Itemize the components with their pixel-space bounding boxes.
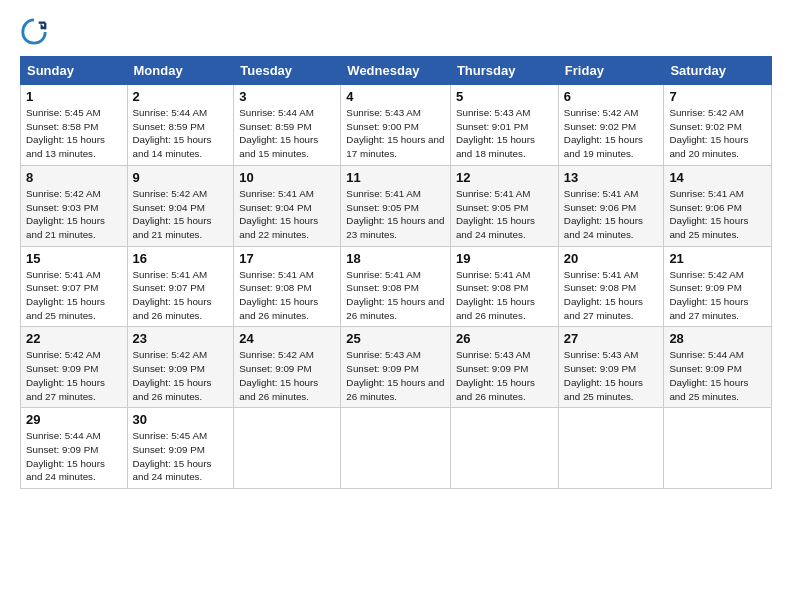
logo-icon bbox=[20, 18, 48, 46]
day-cell: 27Sunrise: 5:43 AMSunset: 9:09 PMDayligh… bbox=[558, 327, 664, 408]
day-info: Sunrise: 5:41 AMSunset: 9:04 PMDaylight:… bbox=[239, 187, 335, 242]
day-info: Sunrise: 5:45 AMSunset: 8:58 PMDaylight:… bbox=[26, 106, 122, 161]
logo bbox=[20, 18, 52, 46]
day-number: 2 bbox=[133, 89, 229, 104]
day-number: 15 bbox=[26, 251, 122, 266]
day-cell: 25Sunrise: 5:43 AMSunset: 9:09 PMDayligh… bbox=[341, 327, 451, 408]
day-info: Sunrise: 5:41 AMSunset: 9:08 PMDaylight:… bbox=[456, 268, 553, 323]
day-cell bbox=[234, 408, 341, 489]
day-info: Sunrise: 5:42 AMSunset: 9:04 PMDaylight:… bbox=[133, 187, 229, 242]
day-cell: 14Sunrise: 5:41 AMSunset: 9:06 PMDayligh… bbox=[664, 165, 772, 246]
day-info: Sunrise: 5:43 AMSunset: 9:00 PMDaylight:… bbox=[346, 106, 445, 161]
day-number: 13 bbox=[564, 170, 659, 185]
day-info: Sunrise: 5:41 AMSunset: 9:08 PMDaylight:… bbox=[346, 268, 445, 323]
day-cell: 24Sunrise: 5:42 AMSunset: 9:09 PMDayligh… bbox=[234, 327, 341, 408]
day-cell: 18Sunrise: 5:41 AMSunset: 9:08 PMDayligh… bbox=[341, 246, 451, 327]
day-cell: 3Sunrise: 5:44 AMSunset: 8:59 PMDaylight… bbox=[234, 85, 341, 166]
day-cell: 20Sunrise: 5:41 AMSunset: 9:08 PMDayligh… bbox=[558, 246, 664, 327]
day-cell: 30Sunrise: 5:45 AMSunset: 9:09 PMDayligh… bbox=[127, 408, 234, 489]
day-info: Sunrise: 5:42 AMSunset: 9:09 PMDaylight:… bbox=[26, 348, 122, 403]
day-number: 20 bbox=[564, 251, 659, 266]
day-info: Sunrise: 5:41 AMSunset: 9:06 PMDaylight:… bbox=[669, 187, 766, 242]
weekday-header-sunday: Sunday bbox=[21, 57, 128, 85]
day-number: 7 bbox=[669, 89, 766, 104]
day-number: 22 bbox=[26, 331, 122, 346]
week-row-3: 15Sunrise: 5:41 AMSunset: 9:07 PMDayligh… bbox=[21, 246, 772, 327]
day-number: 27 bbox=[564, 331, 659, 346]
day-number: 25 bbox=[346, 331, 445, 346]
day-cell: 9Sunrise: 5:42 AMSunset: 9:04 PMDaylight… bbox=[127, 165, 234, 246]
day-info: Sunrise: 5:42 AMSunset: 9:09 PMDaylight:… bbox=[133, 348, 229, 403]
day-cell: 6Sunrise: 5:42 AMSunset: 9:02 PMDaylight… bbox=[558, 85, 664, 166]
day-cell: 28Sunrise: 5:44 AMSunset: 9:09 PMDayligh… bbox=[664, 327, 772, 408]
day-info: Sunrise: 5:42 AMSunset: 9:03 PMDaylight:… bbox=[26, 187, 122, 242]
day-info: Sunrise: 5:43 AMSunset: 9:09 PMDaylight:… bbox=[456, 348, 553, 403]
day-info: Sunrise: 5:41 AMSunset: 9:07 PMDaylight:… bbox=[133, 268, 229, 323]
day-number: 8 bbox=[26, 170, 122, 185]
day-cell: 22Sunrise: 5:42 AMSunset: 9:09 PMDayligh… bbox=[21, 327, 128, 408]
day-info: Sunrise: 5:41 AMSunset: 9:08 PMDaylight:… bbox=[239, 268, 335, 323]
day-info: Sunrise: 5:43 AMSunset: 9:09 PMDaylight:… bbox=[564, 348, 659, 403]
day-cell: 15Sunrise: 5:41 AMSunset: 9:07 PMDayligh… bbox=[21, 246, 128, 327]
calendar: SundayMondayTuesdayWednesdayThursdayFrid… bbox=[20, 56, 772, 489]
day-info: Sunrise: 5:42 AMSunset: 9:09 PMDaylight:… bbox=[669, 268, 766, 323]
day-number: 9 bbox=[133, 170, 229, 185]
day-info: Sunrise: 5:41 AMSunset: 9:06 PMDaylight:… bbox=[564, 187, 659, 242]
day-info: Sunrise: 5:41 AMSunset: 9:07 PMDaylight:… bbox=[26, 268, 122, 323]
day-number: 10 bbox=[239, 170, 335, 185]
day-info: Sunrise: 5:42 AMSunset: 9:02 PMDaylight:… bbox=[669, 106, 766, 161]
week-row-1: 1Sunrise: 5:45 AMSunset: 8:58 PMDaylight… bbox=[21, 85, 772, 166]
day-cell: 7Sunrise: 5:42 AMSunset: 9:02 PMDaylight… bbox=[664, 85, 772, 166]
day-cell: 11Sunrise: 5:41 AMSunset: 9:05 PMDayligh… bbox=[341, 165, 451, 246]
day-cell: 17Sunrise: 5:41 AMSunset: 9:08 PMDayligh… bbox=[234, 246, 341, 327]
day-cell: 2Sunrise: 5:44 AMSunset: 8:59 PMDaylight… bbox=[127, 85, 234, 166]
day-number: 5 bbox=[456, 89, 553, 104]
day-cell: 5Sunrise: 5:43 AMSunset: 9:01 PMDaylight… bbox=[450, 85, 558, 166]
day-number: 28 bbox=[669, 331, 766, 346]
day-cell: 19Sunrise: 5:41 AMSunset: 9:08 PMDayligh… bbox=[450, 246, 558, 327]
day-cell: 10Sunrise: 5:41 AMSunset: 9:04 PMDayligh… bbox=[234, 165, 341, 246]
day-info: Sunrise: 5:43 AMSunset: 9:09 PMDaylight:… bbox=[346, 348, 445, 403]
day-cell: 4Sunrise: 5:43 AMSunset: 9:00 PMDaylight… bbox=[341, 85, 451, 166]
day-cell: 23Sunrise: 5:42 AMSunset: 9:09 PMDayligh… bbox=[127, 327, 234, 408]
day-cell bbox=[450, 408, 558, 489]
day-cell: 26Sunrise: 5:43 AMSunset: 9:09 PMDayligh… bbox=[450, 327, 558, 408]
day-cell: 8Sunrise: 5:42 AMSunset: 9:03 PMDaylight… bbox=[21, 165, 128, 246]
day-number: 4 bbox=[346, 89, 445, 104]
day-number: 26 bbox=[456, 331, 553, 346]
day-info: Sunrise: 5:44 AMSunset: 8:59 PMDaylight:… bbox=[239, 106, 335, 161]
day-cell bbox=[341, 408, 451, 489]
day-number: 1 bbox=[26, 89, 122, 104]
day-info: Sunrise: 5:41 AMSunset: 9:05 PMDaylight:… bbox=[346, 187, 445, 242]
day-number: 19 bbox=[456, 251, 553, 266]
weekday-header-row: SundayMondayTuesdayWednesdayThursdayFrid… bbox=[21, 57, 772, 85]
day-number: 18 bbox=[346, 251, 445, 266]
week-row-4: 22Sunrise: 5:42 AMSunset: 9:09 PMDayligh… bbox=[21, 327, 772, 408]
day-info: Sunrise: 5:42 AMSunset: 9:02 PMDaylight:… bbox=[564, 106, 659, 161]
weekday-header-saturday: Saturday bbox=[664, 57, 772, 85]
day-number: 23 bbox=[133, 331, 229, 346]
day-cell: 21Sunrise: 5:42 AMSunset: 9:09 PMDayligh… bbox=[664, 246, 772, 327]
day-info: Sunrise: 5:41 AMSunset: 9:05 PMDaylight:… bbox=[456, 187, 553, 242]
day-info: Sunrise: 5:44 AMSunset: 8:59 PMDaylight:… bbox=[133, 106, 229, 161]
day-cell: 1Sunrise: 5:45 AMSunset: 8:58 PMDaylight… bbox=[21, 85, 128, 166]
day-info: Sunrise: 5:42 AMSunset: 9:09 PMDaylight:… bbox=[239, 348, 335, 403]
day-number: 16 bbox=[133, 251, 229, 266]
day-cell: 12Sunrise: 5:41 AMSunset: 9:05 PMDayligh… bbox=[450, 165, 558, 246]
weekday-header-tuesday: Tuesday bbox=[234, 57, 341, 85]
day-number: 30 bbox=[133, 412, 229, 427]
day-cell: 13Sunrise: 5:41 AMSunset: 9:06 PMDayligh… bbox=[558, 165, 664, 246]
day-info: Sunrise: 5:44 AMSunset: 9:09 PMDaylight:… bbox=[669, 348, 766, 403]
day-info: Sunrise: 5:44 AMSunset: 9:09 PMDaylight:… bbox=[26, 429, 122, 484]
day-number: 3 bbox=[239, 89, 335, 104]
day-number: 29 bbox=[26, 412, 122, 427]
day-number: 11 bbox=[346, 170, 445, 185]
day-cell bbox=[664, 408, 772, 489]
week-row-2: 8Sunrise: 5:42 AMSunset: 9:03 PMDaylight… bbox=[21, 165, 772, 246]
weekday-header-monday: Monday bbox=[127, 57, 234, 85]
header bbox=[20, 18, 772, 46]
weekday-header-wednesday: Wednesday bbox=[341, 57, 451, 85]
day-number: 12 bbox=[456, 170, 553, 185]
week-row-5: 29Sunrise: 5:44 AMSunset: 9:09 PMDayligh… bbox=[21, 408, 772, 489]
weekday-header-friday: Friday bbox=[558, 57, 664, 85]
